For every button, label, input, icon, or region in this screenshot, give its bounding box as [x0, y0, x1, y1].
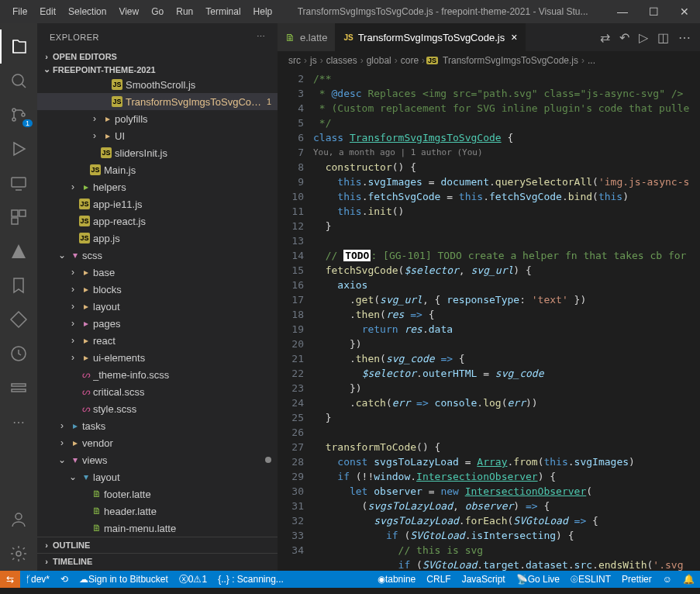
menu-file[interactable]: File: [6, 6, 33, 17]
timeline-section[interactable]: ›TIMELINE: [37, 553, 278, 569]
eol-status[interactable]: CRLF: [421, 571, 456, 588]
code-editor[interactable]: 2345678910111213141516171819202122232425…: [278, 70, 700, 571]
tree-item[interactable]: 🗎main-menu.latte: [37, 520, 278, 537]
tree-label: ui-elements: [93, 352, 271, 364]
tab-active[interactable]: JS TransformSvgImgsToSvgCode.js ×: [336, 23, 526, 51]
more-icon[interactable]: ⋯: [674, 30, 695, 45]
tree-label: main-menu.latte: [104, 523, 271, 534]
language-status[interactable]: JavaScript: [457, 571, 511, 588]
tree-item[interactable]: 🗎footer.latte: [37, 485, 278, 502]
breadcrumb-seg[interactable]: global: [365, 55, 393, 66]
scm-icon[interactable]: 1: [0, 98, 37, 132]
tree-item[interactable]: JSapp-ie11.js: [37, 195, 278, 212]
tree-item[interactable]: ᔕcritical.scss: [37, 383, 278, 400]
tree-item[interactable]: JSapp.js: [37, 230, 278, 247]
tree-item[interactable]: ›▸ui-elements: [37, 349, 278, 366]
bitbucket-signin[interactable]: ☁ Sign in to Bitbucket: [74, 571, 174, 588]
sidebar-more-icon[interactable]: ⋯: [257, 32, 266, 42]
revert-icon[interactable]: ↶: [615, 30, 634, 45]
outline-section[interactable]: ›OUTLINE: [37, 537, 278, 553]
tree-item[interactable]: ›▸react: [37, 332, 278, 349]
remote-icon[interactable]: [0, 166, 37, 200]
scanning-status[interactable]: {..} : Scanning...: [212, 571, 289, 588]
bookmark-icon[interactable]: [0, 268, 37, 302]
compare-icon[interactable]: ⇄: [595, 30, 615, 45]
menu-edit[interactable]: Edit: [33, 6, 62, 17]
file-icon: ᔕ: [79, 369, 93, 380]
menu-help[interactable]: Help: [247, 6, 279, 17]
tree-item[interactable]: ⌄▾views: [37, 451, 278, 468]
git-branch[interactable]: ᚶ dev*: [20, 571, 55, 588]
tree-label: layout: [93, 301, 271, 313]
git-sync[interactable]: ⟲: [55, 571, 74, 588]
breadcrumb-seg[interactable]: ...: [586, 55, 597, 66]
git-icon[interactable]: [0, 302, 37, 337]
ellipsis-icon[interactable]: ⋯: [0, 405, 37, 439]
split-icon[interactable]: ◫: [653, 30, 674, 45]
tree-item[interactable]: JSapp-react.js: [37, 212, 278, 230]
tree-item[interactable]: ⌄▾layout: [37, 468, 278, 485]
tree-item[interactable]: ⌄▾scss: [37, 247, 278, 264]
settings-icon[interactable]: [0, 537, 37, 571]
azure-icon[interactable]: [0, 234, 37, 268]
file-icon: ▸: [101, 113, 115, 124]
tree-item[interactable]: ›▸tasks: [37, 417, 278, 434]
tree-label: TransformSvgImgsToSvgCode.js: [126, 96, 264, 108]
run-icon[interactable]: [0, 132, 37, 166]
menu-selection[interactable]: Selection: [62, 6, 112, 17]
more-icon[interactable]: [0, 371, 37, 405]
tab-inactive[interactable]: 🗎 e.latte: [278, 23, 336, 51]
sync-icon[interactable]: [0, 337, 37, 371]
tabnine-status[interactable]: ◉ tabnine: [372, 571, 421, 588]
run-icon[interactable]: ▷: [634, 30, 653, 45]
prettier-status[interactable]: Prettier: [616, 571, 657, 588]
svg-point-3: [22, 113, 25, 116]
tree-item[interactable]: ›▸base: [37, 264, 278, 281]
tree-item[interactable]: JSslidersInit.js: [37, 144, 278, 161]
close-icon[interactable]: ×: [511, 31, 517, 43]
tree-item[interactable]: ›▸layout: [37, 298, 278, 315]
file-icon: 🗎: [90, 523, 104, 534]
eslint-status[interactable]: ⦾ ESLINT: [565, 571, 616, 588]
breadcrumb-seg[interactable]: src: [287, 55, 302, 66]
menu-go[interactable]: Go: [145, 6, 170, 17]
maximize-button[interactable]: ☐: [638, 5, 669, 18]
breadcrumb-seg[interactable]: js: [309, 55, 319, 66]
bell-icon[interactable]: 🔔: [678, 571, 700, 588]
search-icon[interactable]: [0, 64, 37, 98]
open-editors-section[interactable]: ›OPEN EDITORS: [37, 50, 278, 63]
menu-run[interactable]: Run: [170, 6, 199, 17]
tree-item[interactable]: JSMain.js: [37, 161, 278, 178]
golive-status[interactable]: 📡 Go Live: [511, 571, 565, 588]
tree-item[interactable]: ›▸pages: [37, 315, 278, 332]
tree-item[interactable]: ›▸UI: [37, 127, 278, 144]
minimize-button[interactable]: —: [607, 5, 638, 18]
remote-indicator[interactable]: ⇆: [0, 571, 20, 588]
breadcrumb-seg[interactable]: core: [399, 55, 420, 66]
explorer-icon[interactable]: [0, 29, 37, 64]
code-lens[interactable]: You, a month ago | 1 author (You): [313, 145, 700, 160]
tree-item[interactable]: ›▸vendor: [37, 434, 278, 451]
tree-item[interactable]: ᔕstyle.scss: [37, 400, 278, 417]
extensions-icon[interactable]: [0, 200, 37, 234]
tree-item[interactable]: JSSmoothScroll.js: [37, 76, 278, 93]
tree-item[interactable]: JSTransformSvgImgsToSvgCode.js1: [37, 93, 278, 110]
breadcrumb-seg[interactable]: classes: [325, 55, 359, 66]
tree-item[interactable]: ›▸blocks: [37, 281, 278, 298]
problems[interactable]: ⓧ 0 ⚠ 1: [174, 571, 212, 588]
file-icon: ▸: [79, 284, 93, 295]
breadcrumb-seg[interactable]: TransformSvgImgsToSvgCode.js: [441, 55, 580, 66]
tree-label: app-react.js: [93, 216, 271, 227]
tree-item[interactable]: ›▸helpers: [37, 178, 278, 195]
feedback-icon[interactable]: ☺: [657, 571, 678, 588]
close-button[interactable]: ✕: [669, 5, 700, 18]
tree-item[interactable]: 🗎header.latte: [37, 502, 278, 520]
breadcrumbs[interactable]: src›js›classes›global›core›JSTransformSv…: [278, 51, 700, 70]
menu-terminal[interactable]: Terminal: [199, 6, 247, 17]
tree-item[interactable]: ᔕ_theme-info.scss: [37, 366, 278, 383]
menu-view[interactable]: View: [112, 6, 145, 17]
workspace-section[interactable]: ⌄FREEPOINT-THEME-2021: [37, 63, 278, 76]
code-lines[interactable]: /** * @desc Replaces <img src="path.svg"…: [313, 70, 700, 571]
account-icon[interactable]: [0, 502, 37, 537]
tree-item[interactable]: ›▸polyfills: [37, 110, 278, 127]
